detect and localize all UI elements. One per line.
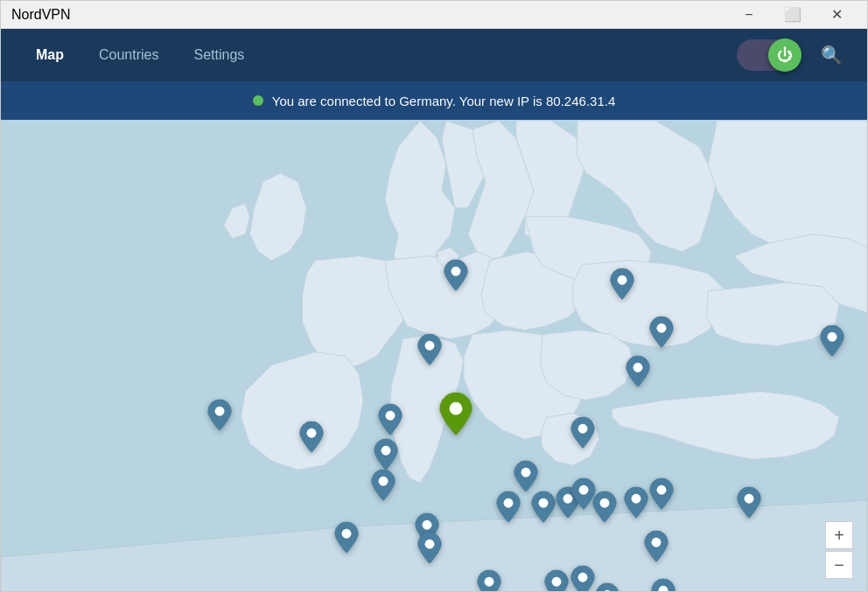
map-pin[interactable] <box>477 570 501 592</box>
svg-point-8 <box>386 411 396 421</box>
minimize-button[interactable]: − <box>729 2 769 28</box>
map-pin[interactable] <box>207 400 232 435</box>
map-pin[interactable] <box>595 583 620 592</box>
svg-point-2 <box>618 275 627 285</box>
nav-bar: Map Countries Settings ⏻ 🔍 <box>1 29 867 81</box>
maximize-button[interactable]: ⬜ <box>773 2 813 28</box>
zoom-controls: + − <box>825 521 853 579</box>
map-pin[interactable] <box>496 491 521 526</box>
svg-point-13 <box>522 468 531 477</box>
vpn-toggle[interactable]: ⏻ <box>737 39 800 71</box>
svg-point-14 <box>504 498 514 508</box>
title-bar: NordVPN − ⬜ ✕ <box>1 1 867 29</box>
close-button[interactable]: ✕ <box>816 2 857 28</box>
map-pin[interactable] <box>820 325 844 360</box>
svg-point-6 <box>215 407 225 416</box>
connection-status-text: You are connected to Germany. Your new I… <box>272 94 616 108</box>
svg-point-3 <box>657 324 667 333</box>
map-pin[interactable] <box>626 356 650 391</box>
svg-point-4 <box>634 363 643 373</box>
map-pin[interactable] <box>334 522 359 557</box>
nav-item-countries[interactable]: Countries <box>81 40 176 70</box>
map-pin[interactable] <box>592 491 617 526</box>
map-pin[interactable] <box>378 404 402 439</box>
svg-point-10 <box>379 477 388 486</box>
map-pin[interactable] <box>371 470 396 505</box>
map-pin[interactable] <box>439 393 472 439</box>
map-pin[interactable] <box>570 566 595 592</box>
toggle-thumb: ⏻ <box>768 38 802 72</box>
map-pin[interactable] <box>299 421 324 456</box>
svg-point-1 <box>452 267 461 276</box>
svg-point-18 <box>600 498 610 508</box>
svg-point-23 <box>425 540 435 549</box>
map-pin[interactable] <box>737 487 761 522</box>
svg-point-31 <box>828 332 837 342</box>
power-icon: ⏻ <box>777 47 793 63</box>
app-title: NordVPN <box>11 7 71 23</box>
map-pin[interactable] <box>531 491 556 526</box>
map-pin[interactable] <box>444 260 468 295</box>
map-area[interactable]: + − <box>1 120 867 592</box>
svg-point-11 <box>450 402 463 415</box>
map-pin[interactable] <box>610 268 634 303</box>
svg-point-7 <box>307 428 317 438</box>
window-controls: − ⬜ ✕ <box>729 2 857 28</box>
status-bar: You are connected to Germany. Your new I… <box>1 81 867 120</box>
svg-point-21 <box>342 529 352 539</box>
svg-point-25 <box>552 577 562 587</box>
svg-point-5 <box>425 341 435 351</box>
nav-item-settings[interactable]: Settings <box>176 40 262 70</box>
map-pin[interactable] <box>417 334 442 369</box>
map-pin[interactable] <box>644 531 668 566</box>
svg-point-20 <box>657 485 667 495</box>
connection-status-dot <box>253 95 263 106</box>
search-button[interactable]: 🔍 <box>814 41 850 69</box>
svg-point-28 <box>652 538 662 547</box>
map-pin[interactable] <box>570 417 595 452</box>
zoom-out-button[interactable]: − <box>825 551 853 579</box>
svg-point-22 <box>423 520 432 530</box>
map-pin[interactable] <box>624 487 648 522</box>
vpn-toggle-area: ⏻ <box>737 39 800 71</box>
map-pin[interactable] <box>417 533 442 568</box>
svg-point-19 <box>632 494 641 504</box>
svg-point-17 <box>579 485 589 495</box>
map-pin[interactable] <box>649 478 674 513</box>
zoom-in-button[interactable]: + <box>825 521 853 549</box>
svg-point-24 <box>485 577 494 587</box>
svg-point-30 <box>745 494 754 504</box>
nav-item-map[interactable]: Map <box>18 40 81 70</box>
map-pin[interactable] <box>544 570 569 592</box>
svg-point-9 <box>382 446 391 456</box>
svg-point-12 <box>578 424 588 434</box>
map-pin[interactable] <box>651 579 676 592</box>
map-pin[interactable] <box>649 317 674 352</box>
svg-point-15 <box>539 498 549 508</box>
svg-point-26 <box>578 573 588 582</box>
